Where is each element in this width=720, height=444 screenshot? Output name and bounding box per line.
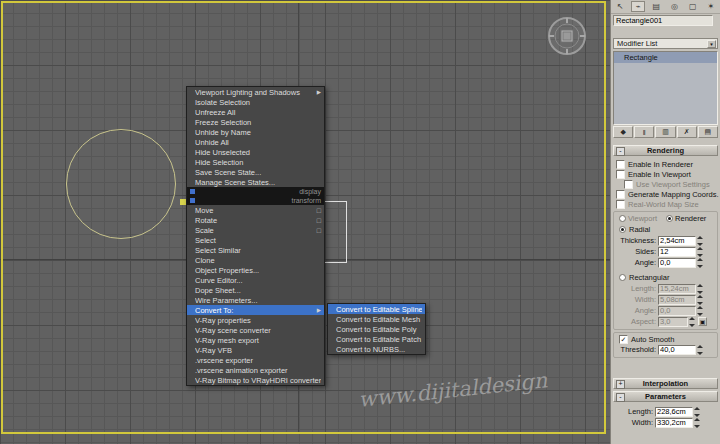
settings-box-icon[interactable]: □ <box>317 207 321 214</box>
menu-item-rotate[interactable]: Rotate□ <box>187 215 324 225</box>
modifier-list-dropdown[interactable]: Modifier List ▼ <box>613 38 718 49</box>
threshold-input[interactable] <box>658 345 696 355</box>
settings-box-icon[interactable]: □ <box>317 217 321 224</box>
spinner-down-icon <box>697 265 703 268</box>
menu-item-isolate-selection[interactable]: Isolate Selection <box>187 97 324 107</box>
width-rect-spinner-row: Width: <box>614 294 717 305</box>
menu-item-convert-nurbs[interactable]: Convert to NURBS... <box>328 344 425 354</box>
menu-item-unfreeze-all[interactable]: Unfreeze All <box>187 107 324 117</box>
panel-tab-utilities[interactable]: ✶ <box>704 1 718 12</box>
menu-item-hide-selection[interactable]: Hide Selection <box>187 157 324 167</box>
menu-item-select[interactable]: Select <box>187 235 324 245</box>
dropdown-arrow-icon[interactable]: ▼ <box>707 40 716 48</box>
make-unique-icon[interactable]: ▥ <box>655 126 675 138</box>
collapse-icon: - <box>616 147 625 156</box>
spinner-arrows <box>697 284 705 294</box>
modifier-stack[interactable]: Rectangle <box>613 51 718 125</box>
menu-item-unhide-by-name[interactable]: Unhide by Name <box>187 127 324 137</box>
spinner-down-icon <box>697 313 703 316</box>
view-navigation-gizmo[interactable] <box>545 14 589 58</box>
menu-item-convert-editable-poly[interactable]: Convert to Editable Poly <box>328 324 425 334</box>
angle-radial-input[interactable] <box>658 258 696 268</box>
spinner-down-icon <box>697 254 703 257</box>
menu-item-scale[interactable]: Scale□ <box>187 225 324 235</box>
radial-rectangular-group: Viewport Renderer Radial Thickness: Side… <box>613 211 718 330</box>
panel-tab-display[interactable]: ▢ <box>686 1 700 12</box>
menu-item-dope-sheet[interactable]: Dope Sheet... <box>187 285 324 295</box>
thickness-input[interactable] <box>658 236 696 246</box>
stack-item-rectangle[interactable]: Rectangle <box>614 52 717 63</box>
rollout-interpolation[interactable]: + Interpolation <box>613 378 718 389</box>
check-icon: ✓ <box>619 335 628 344</box>
menu-item-object-properties[interactable]: Object Properties... <box>187 265 324 275</box>
menu-item-move[interactable]: Move□ <box>187 205 324 215</box>
spinner-down-icon <box>697 302 703 305</box>
remove-modifier-icon[interactable]: ✗ <box>677 126 697 138</box>
spinner-arrows[interactable] <box>694 418 702 428</box>
radio-rectangular[interactable]: Rectangular <box>614 272 717 283</box>
menu-item-vray-scene-converter[interactable]: V-Ray scene converter <box>187 325 324 335</box>
parameters-width-input[interactable] <box>655 418 693 428</box>
object-name-field[interactable] <box>613 15 713 26</box>
menu-item-freeze-selection[interactable]: Freeze Selection <box>187 117 324 127</box>
radio-radial[interactable]: Radial <box>614 224 717 235</box>
submenu-arrow-icon: ▶ <box>317 89 321 95</box>
menu-item-vray-properties[interactable]: V-Ray properties <box>187 315 324 325</box>
menu-item-convert-editable-spline[interactable]: Convert to Editable Spline <box>328 304 425 314</box>
menu-item-convert-editable-mesh[interactable]: Convert to Editable Mesh <box>328 314 425 324</box>
configure-modifier-sets-icon[interactable]: ▤ <box>698 126 718 138</box>
thickness-spinner-row: Thickness: <box>614 235 717 246</box>
radio-viewport[interactable]: Viewport <box>619 214 657 223</box>
parameters-length-input[interactable] <box>655 407 693 417</box>
show-end-result-icon[interactable]: ‖ <box>634 126 654 138</box>
menu-item-select-similar[interactable]: Select Similar <box>187 245 324 255</box>
command-panel: ↖ ⌁ ▤ ◎ ▢ ✶ Modifier List ▼ Rectangle ◆ … <box>610 0 720 444</box>
menu-item-wire-parameters[interactable]: Wire Parameters... <box>187 295 324 305</box>
circle-shape[interactable] <box>66 129 176 239</box>
menu-item-clone[interactable]: Clone <box>187 255 324 265</box>
spinner-arrows[interactable] <box>697 345 705 355</box>
submenu-arrow-icon: ▶ <box>317 307 321 313</box>
radio-icon <box>619 215 626 222</box>
menu-item-save-scene-state[interactable]: Save Scene State... <box>187 167 324 177</box>
spinner-up-icon <box>689 317 695 320</box>
spinner-up-icon <box>694 418 700 421</box>
width-rect-input <box>658 295 696 305</box>
panel-tab-create[interactable]: ↖ <box>613 1 627 12</box>
spinner-down-icon <box>694 425 700 428</box>
checkbox-auto-smooth[interactable]: ✓Auto Smooth <box>614 334 717 344</box>
settings-box-icon[interactable]: □ <box>317 227 321 234</box>
checkbox-enable-in-viewport[interactable]: Enable In Viewport <box>611 169 720 179</box>
menu-item-curve-editor[interactable]: Curve Editor... <box>187 275 324 285</box>
menu-item-vrscene-animation-exporter[interactable]: .vrscene animation exporter <box>187 365 324 375</box>
sides-input[interactable] <box>658 247 696 257</box>
spinner-up-icon <box>694 407 700 410</box>
menu-item-vray-bitmap-converter[interactable]: V-Ray Bitmap to VRayHDRI converter <box>187 375 324 385</box>
menu-item-convert-to[interactable]: Convert To:▶ <box>187 305 324 315</box>
checkbox-icon <box>616 170 625 179</box>
menu-item-hide-unselected[interactable]: Hide Unselected <box>187 147 324 157</box>
menu-item-vray-vfb[interactable]: V-Ray VFB <box>187 345 324 355</box>
menu-item-viewport-lighting[interactable]: Viewport Lighting and Shadows▶ <box>187 87 324 97</box>
panel-tab-hierarchy[interactable]: ▤ <box>649 1 663 12</box>
spinner-arrows[interactable] <box>697 258 705 268</box>
menu-item-vray-mesh-export[interactable]: V-Ray mesh export <box>187 335 324 345</box>
spinner-arrows[interactable] <box>697 236 705 246</box>
panel-tab-modify[interactable]: ⌁ <box>631 1 645 12</box>
menu-item-vrscene-exporter[interactable]: .vrscene exporter <box>187 355 324 365</box>
checkbox-generate-mapping-coords[interactable]: Generate Mapping Coords. <box>611 189 720 199</box>
menu-item-unhide-all[interactable]: Unhide All <box>187 137 324 147</box>
panel-tab-motion[interactable]: ◎ <box>668 1 682 12</box>
spinner-arrows[interactable] <box>697 247 705 257</box>
pin-stack-icon[interactable]: ◆ <box>613 126 633 138</box>
spinner-up-icon <box>697 284 703 287</box>
rollout-parameters[interactable]: - Parameters <box>613 391 718 402</box>
checkbox-enable-in-renderer[interactable]: Enable In Renderer <box>611 159 720 169</box>
menu-item-manage-scene-states[interactable]: Manage Scene States... <box>187 177 324 187</box>
rollout-rendering[interactable]: - Rendering <box>613 145 718 156</box>
aspect-lock-icon[interactable]: ▣ <box>698 317 707 326</box>
sides-spinner-row: Sides: <box>614 246 717 257</box>
spinner-arrows[interactable] <box>694 407 702 417</box>
menu-item-convert-editable-patch[interactable]: Convert to Editable Patch <box>328 334 425 344</box>
radio-renderer[interactable]: Renderer <box>666 214 706 223</box>
